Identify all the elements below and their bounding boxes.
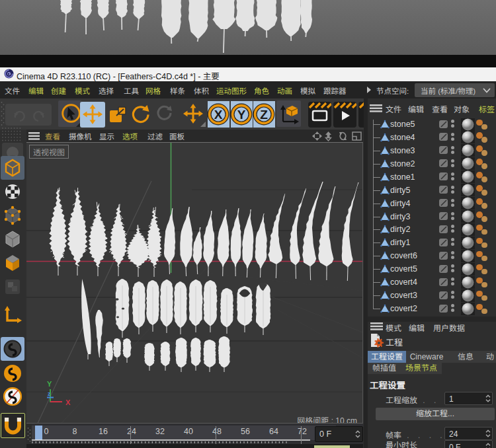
svg-text:X: X xyxy=(65,398,71,406)
svg-text:Y: Y xyxy=(237,108,245,122)
svg-text:Z: Z xyxy=(260,108,268,122)
svg-text:X: X xyxy=(214,108,223,122)
svg-text:z: z xyxy=(48,391,51,397)
svg-text:Y: Y xyxy=(47,380,52,388)
